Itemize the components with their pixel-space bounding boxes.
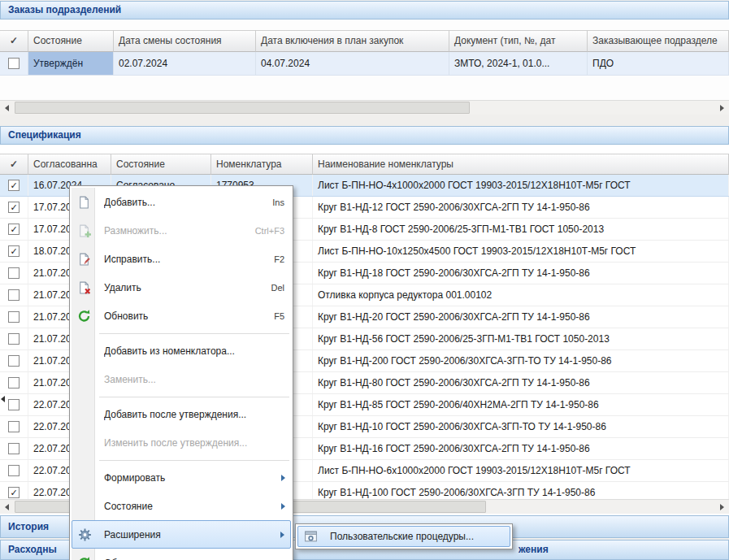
menu-item-shortcut: Ctrl+F3 [255, 226, 284, 236]
menu-item-add-from-nomenclator[interactable]: Добавить из номенклатора... [72, 336, 291, 365]
splitter-collapse-button[interactable] [1, 393, 9, 406]
row-checkbox[interactable]: ✓ [8, 224, 20, 235]
cell-checkbox: ✓ [0, 197, 28, 218]
cell-checkbox: ✓ [0, 241, 28, 262]
cell-checkbox [0, 460, 28, 481]
menu-item-refresh[interactable]: Обновить F5 [72, 302, 291, 330]
row-checkbox[interactable] [8, 58, 20, 69]
submenu-arrow-icon [281, 503, 285, 510]
menu-item-shortcut: Del [271, 283, 284, 293]
row-checkbox[interactable]: ✓ [8, 487, 20, 498]
row-checkbox[interactable] [8, 267, 20, 279]
menu-item-delete[interactable]: Удалить Del [72, 273, 291, 302]
cell-checkbox: ✓ [0, 482, 28, 499]
cell-nomenclature-name: Круг В1-НД-18 ГОСТ 2590-2006/30ХГСА-2ГП … [313, 263, 729, 284]
cell-nomenclature-name: Круг В1-НД-20 ГОСТ 2590-2006/30ХГСА-2ГП … [313, 306, 729, 328]
menu-item-edit[interactable]: Исправить... F2 [72, 245, 291, 273]
menu-item-extensions[interactable]: Расширения [72, 520, 291, 549]
spec-panel-header[interactable]: Спецификация [0, 126, 729, 145]
menu-item-add-after-approval[interactable]: Добавить после утверждения... [72, 400, 291, 428]
row-checkbox[interactable] [8, 289, 20, 301]
column-header-state[interactable]: Состояние [28, 30, 114, 52]
row-checkbox[interactable]: ✓ [8, 202, 20, 213]
select-all-column-header[interactable]: ✓ [0, 154, 28, 175]
cell-checkbox [0, 438, 28, 459]
orders-table-row[interactable]: Утверждён 02.07.2024 04.07.2024 ЗМТО, 20… [0, 52, 729, 76]
column-header-agreed-date[interactable]: Согласованна [28, 154, 111, 175]
cell-plan-date: 04.07.2024 [256, 52, 449, 75]
orders-panel-header[interactable]: Заказы подразделений [0, 1, 729, 20]
menu-item-label: Добавить после утверждения... [104, 409, 284, 420]
menu-item-label: Исправить... [104, 254, 266, 265]
spec-panel-title: Спецификация [8, 129, 81, 141]
row-checkbox[interactable] [8, 443, 20, 454]
row-checkbox[interactable]: ✓ [8, 180, 20, 191]
user-procedures-icon [304, 530, 318, 544]
menu-item-exchange[interactable]: Обмен [72, 549, 291, 560]
column-header-nomenclature-name[interactable]: Наименование номенклатуры [313, 154, 729, 175]
orders-horizontal-scrollbar[interactable] [0, 100, 729, 115]
column-header-state[interactable]: Состояние [111, 154, 211, 175]
cell-document: ЗМТО, 2024-1, 01.0... [449, 52, 588, 75]
cell-nomenclature-name: Круг В1-НД-56 ГОСТ 2590-2006/25-3ГП-М1-Т… [313, 328, 729, 349]
column-header-department[interactable]: Заказывающее подразделе [588, 30, 729, 52]
menu-item-label: Добавить из номенклатора... [104, 345, 284, 357]
scroll-left-arrow-icon[interactable] [0, 101, 14, 115]
cell-checkbox [0, 416, 28, 437]
cell-nomenclature-name: Отливка корпуса редуктора 001.00102 [313, 284, 729, 306]
scroll-right-arrow-icon[interactable] [715, 500, 729, 514]
expense-panel-title: Расходны [8, 544, 57, 555]
select-all-column-header[interactable]: ✓ [0, 30, 28, 52]
cell-checkbox [0, 306, 28, 328]
menu-item-label: Изменить после утверждения... [104, 437, 284, 449]
scroll-left-arrow-icon[interactable] [0, 500, 14, 514]
cell-nomenclature-name: Круг В1-НД-80 ГОСТ 2590-2006/30ХГСА-2ГП … [313, 372, 729, 393]
column-header-state-date[interactable]: Дата смены состояния [114, 30, 256, 52]
duplicate-document-icon [77, 224, 91, 237]
menu-item-label: Удалить [104, 282, 263, 293]
submenu-arrow-icon [280, 532, 284, 538]
cell-state-date: 02.07.2024 [114, 52, 256, 75]
row-checkbox[interactable]: ✓ [8, 245, 20, 257]
submenu-arrow-icon [281, 475, 285, 481]
menu-item-form[interactable]: Формировать [72, 463, 291, 492]
add-document-icon [77, 195, 91, 209]
cell-state: Утверждён [28, 52, 114, 75]
column-header-plan-date[interactable]: Дата включения в план закупок [256, 30, 449, 52]
row-checkbox[interactable] [8, 399, 20, 410]
row-checkbox[interactable] [8, 311, 20, 323]
row-checkbox[interactable] [8, 355, 20, 367]
cell-nomenclature-name: Круг В1-НД-85 ГОСТ 2590-2006/40ХН2МА-2ГП… [313, 394, 729, 415]
exchange-arrows-icon [77, 556, 91, 560]
cell-checkbox [0, 350, 28, 371]
cell-nomenclature-name: Круг В1-НД-200 ГОСТ 2590-2006/30ХГСА-3ГП… [313, 350, 729, 371]
orders-table-header: ✓ Состояние Дата смены состояния Дата вк… [0, 30, 729, 52]
row-checkbox[interactable] [8, 421, 20, 432]
menu-item-shortcut: Ins [272, 198, 284, 207]
column-header-document[interactable]: Документ (тип, №, дат [449, 30, 588, 52]
cell-checkbox [0, 263, 28, 284]
orders-panel-title: Заказы подразделений [8, 4, 121, 15]
extensions-submenu: Пользовательские процедуры... [295, 523, 513, 549]
delete-document-icon [77, 280, 91, 294]
menu-item-label: Размножить... [104, 225, 247, 237]
menu-item-label: Обмен [104, 558, 284, 560]
row-checkbox[interactable] [8, 465, 20, 476]
cell-checkbox [0, 52, 28, 75]
column-header-nomenclature[interactable]: Номенклатура [211, 154, 313, 175]
row-checkbox[interactable] [8, 377, 20, 389]
menu-item-add[interactable]: Добавить... Ins [72, 188, 291, 216]
check-icon: ✓ [10, 35, 18, 46]
menu-separator [72, 330, 291, 336]
submenu-item-user-procedures[interactable]: Пользовательские процедуры... [297, 526, 510, 547]
menu-item-shortcut: F2 [274, 254, 284, 264]
cell-nomenclature-name: Круг В1-НД-10 ГОСТ 2590-2006/30ХГСА-3ГП-… [313, 416, 729, 437]
refresh-icon [77, 309, 91, 323]
row-checkbox[interactable] [8, 333, 20, 345]
scroll-right-arrow-icon[interactable] [715, 101, 729, 115]
menu-item-state[interactable]: Состояние [72, 492, 291, 520]
menu-separator [72, 457, 291, 463]
context-menu: Добавить... Ins Размножить... Ctrl+F3 Ис… [69, 185, 293, 560]
menu-item-label: Обновить [104, 310, 266, 322]
scrollbar-thumb[interactable] [15, 102, 470, 114]
